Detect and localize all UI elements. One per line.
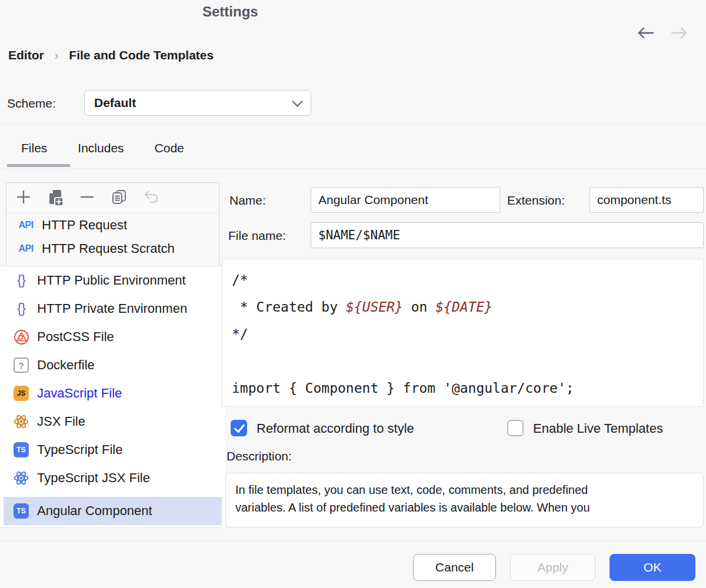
template-variable: ${USER} (346, 299, 403, 315)
reformat-checkbox[interactable] (231, 420, 247, 436)
list-item-selected[interactable]: TS Angular Component (4, 497, 222, 525)
scheme-select[interactable]: Default (84, 90, 311, 116)
question-file-icon: ? (12, 358, 30, 373)
template-variable: ${DATE} (435, 299, 492, 315)
list-item[interactable]: JS JavaScript File (0, 379, 225, 407)
tab-files[interactable]: Files (21, 141, 47, 155)
tab-code[interactable]: Code (155, 141, 184, 155)
list-item[interactable]: {} HTTP Public Environment (0, 266, 225, 295)
typescript-icon: TS (12, 442, 30, 457)
list-item-label: HTTP Request (42, 218, 127, 233)
list-item[interactable]: {} HTTP Private Environmen (0, 295, 225, 323)
back-button[interactable] (635, 26, 655, 42)
list-item[interactable]: API HTTP Request Scratch (6, 237, 219, 260)
list-item[interactable]: API HTTP Request (6, 213, 219, 237)
name-input[interactable] (311, 187, 500, 213)
file-name-label: File name: (228, 229, 286, 243)
code-line: * Created by ${USER} on ${DATE} (232, 293, 703, 320)
list-item-label: PostCSS File (37, 329, 114, 345)
braces-icon: {} (12, 300, 30, 316)
scheme-label: Scheme: (7, 96, 56, 111)
divider (0, 123, 706, 123)
breadcrumb: Editor › File and Code Templates (8, 48, 214, 62)
minus-icon (79, 189, 95, 208)
plus-icon (15, 189, 32, 208)
divider (0, 168, 706, 169)
list-item-label: JSX File (37, 414, 85, 429)
add-template-button[interactable] (15, 189, 32, 207)
javascript-icon: JS (12, 386, 30, 401)
api-icon: API (17, 243, 35, 254)
tab-includes[interactable]: Includes (78, 141, 124, 155)
template-code-editor[interactable]: /* * Created by ${USER} on ${DATE} */ im… (222, 259, 704, 407)
window-title: Settings (202, 4, 258, 20)
cancel-button[interactable]: Cancel (413, 554, 496, 581)
reformat-label: Reformat according to style (257, 421, 414, 436)
live-templates-label: Enable Live Templates (533, 421, 663, 436)
scheme-value: Default (94, 96, 294, 110)
live-templates-checkbox[interactable] (507, 420, 524, 436)
templates-toolbar (6, 183, 219, 213)
description-line: In file templates, you can use text, cod… (235, 483, 588, 496)
apply-button[interactable]: Apply (510, 554, 595, 581)
active-tab-underline (7, 164, 70, 167)
list-item-label: JavaScript File (37, 386, 122, 401)
breadcrumb-separator-icon: › (55, 49, 59, 62)
name-label: Name: (229, 193, 266, 208)
history-nav (635, 26, 690, 42)
tab-bar: Files Includes Code (21, 141, 184, 155)
list-item[interactable]: JSX File (0, 407, 225, 436)
code-line: /* (232, 266, 703, 293)
description-line: variables. A list of predefined variable… (235, 501, 590, 514)
react-icon (12, 414, 30, 429)
list-item-label: HTTP Public Environment (37, 273, 186, 288)
arrow-left-icon (635, 26, 655, 42)
api-icon: API (17, 220, 35, 230)
list-item[interactable]: TypeScript JSX File (0, 464, 225, 492)
extension-input[interactable] (590, 187, 704, 213)
add-child-template-icon (47, 188, 64, 208)
divider (0, 527, 222, 528)
code-line: */ (232, 320, 703, 348)
reset-template-button[interactable] (142, 189, 159, 207)
add-child-template-button[interactable] (46, 189, 64, 207)
code-line: import { Component } from '@angular/core… (232, 375, 703, 402)
undo-icon (142, 189, 159, 208)
extension-label: Extension: (507, 193, 565, 208)
arrow-right-icon (670, 26, 690, 42)
code-line (232, 348, 703, 375)
duplicate-icon (110, 188, 128, 208)
chevron-down-icon (292, 96, 302, 106)
list-item-label: HTTP Request Scratch (42, 241, 175, 256)
list-item-label: TypeScript File (37, 442, 123, 457)
list-item-label: Angular Component (37, 503, 152, 519)
forward-button[interactable] (670, 26, 690, 42)
braces-icon: {} (12, 272, 30, 288)
templates-list-overflow: {} HTTP Public Environment {} HTTP Priva… (0, 266, 225, 527)
file-name-input[interactable] (311, 222, 704, 248)
description-label: Description: (227, 449, 292, 463)
postcss-icon (12, 329, 30, 345)
breadcrumb-editor[interactable]: Editor (8, 48, 44, 62)
list-item-label: TypeScript JSX File (37, 470, 150, 486)
list-item-label: HTTP Private Environmen (37, 301, 187, 316)
typescript-icon: TS (12, 503, 30, 519)
list-item-label: Dockerfile (37, 358, 95, 373)
divider (0, 541, 706, 542)
copy-template-button[interactable] (110, 189, 128, 207)
list-item[interactable]: ? Dockerfile (0, 351, 225, 379)
remove-template-button[interactable] (78, 189, 96, 207)
breadcrumb-current: File and Code Templates (69, 48, 214, 62)
react-icon (12, 470, 30, 486)
ok-button[interactable]: OK (610, 554, 695, 581)
list-item[interactable]: PostCSS File (0, 323, 225, 351)
settings-dialog: Settings Editor › File and Code Template… (0, 0, 706, 588)
list-item[interactable]: TS TypeScript File (0, 436, 225, 464)
description-text[interactable]: In file templates, you can use text, cod… (225, 473, 704, 527)
